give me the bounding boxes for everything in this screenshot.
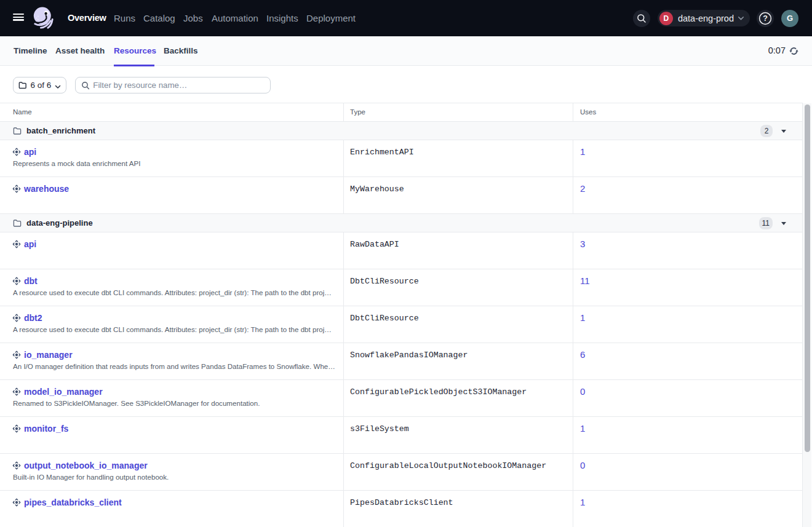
- svg-text:?: ?: [763, 14, 768, 23]
